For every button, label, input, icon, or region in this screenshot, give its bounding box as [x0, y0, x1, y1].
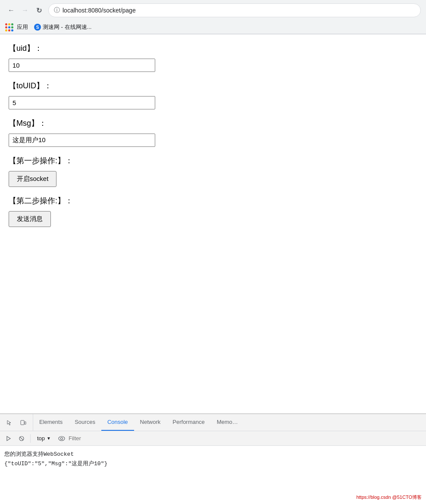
filter-input[interactable]: [69, 435, 423, 442]
tab-sources[interactable]: Sources: [69, 414, 101, 431]
select-element-button[interactable]: [3, 417, 16, 429]
speed-site-icon: S: [34, 24, 41, 31]
touid-input[interactable]: [9, 96, 155, 109]
context-selector[interactable]: top ▼: [34, 434, 54, 443]
tab-memory[interactable]: Memo…: [211, 414, 244, 431]
eye-icon[interactable]: [56, 433, 67, 444]
reload-button[interactable]: ↻: [33, 4, 45, 16]
apps-icon[interactable]: [5, 23, 13, 31]
msg-input[interactable]: [9, 134, 155, 147]
send-msg-button[interactable]: 发送消息: [9, 211, 51, 227]
step2-label: 【第二步操作:】：: [9, 196, 417, 206]
devtools-panel: Elements Sources Console Network Perform…: [0, 414, 426, 504]
page-content: 【uid】： 【toUID】： 【Msg】： 【第一步操作:】： 开启socke…: [0, 34, 426, 414]
address-bar[interactable]: ⓘ localhost:8080/socket/page: [48, 3, 421, 17]
nav-buttons: ← → ↻: [5, 4, 45, 16]
start-socket-button[interactable]: 开启socket: [9, 171, 56, 187]
console-log-text-2: {"toUID":"5","Msg":"这是用户10"}: [4, 460, 107, 467]
back-button[interactable]: ←: [5, 4, 17, 16]
devtools-console-bar: top ▼: [0, 431, 426, 446]
uid-label: 【uid】：: [9, 43, 417, 53]
tab-console[interactable]: Console: [101, 414, 134, 431]
devtools-icons: [0, 414, 33, 431]
console-log-text-1: 您的浏览器支持WebSocket: [4, 450, 74, 458]
console-line-1: 您的浏览器支持WebSocket: [4, 449, 422, 459]
svg-point-6: [60, 437, 63, 439]
browser-chrome: ← → ↻ ⓘ localhost:8080/socket/page 应用 S …: [0, 0, 426, 34]
bookmark-speed[interactable]: S 测速网 - 在线网速...: [31, 22, 94, 32]
csdn-badge: https://blog.csdn @51CTO博客: [356, 494, 422, 501]
svg-marker-2: [7, 436, 10, 441]
devtools-toolbar: Elements Sources Console Network Perform…: [0, 414, 426, 431]
forward-button[interactable]: →: [19, 4, 31, 16]
devtools-console-output: 您的浏览器支持WebSocket {"toUID":"5","Msg":"这是用…: [0, 446, 426, 504]
device-toggle-button[interactable]: [17, 417, 29, 429]
console-line-2: {"toUID":"5","Msg":"这是用户10"}: [4, 459, 422, 468]
devtools-tabs: Elements Sources Console Network Perform…: [33, 414, 426, 431]
filter-input-wrapper: [56, 433, 423, 444]
apps-label: 应用: [17, 23, 28, 31]
context-label: top: [37, 435, 45, 442]
tab-elements[interactable]: Elements: [33, 414, 69, 431]
bookmarks-bar: 应用 S 测速网 - 在线网速...: [0, 21, 426, 34]
svg-line-4: [20, 437, 23, 440]
svg-point-5: [59, 436, 65, 441]
msg-label: 【Msg】：: [9, 118, 417, 128]
url-text: localhost:8080/socket/page: [63, 7, 136, 14]
tab-network[interactable]: Network: [134, 414, 167, 431]
browser-toolbar: ← → ↻ ⓘ localhost:8080/socket/page: [0, 0, 426, 21]
svg-rect-1: [25, 422, 26, 424]
console-separator: [30, 434, 31, 443]
tab-performance[interactable]: Performance: [166, 414, 210, 431]
svg-rect-0: [21, 420, 24, 425]
bookmark-speed-label: 测速网 - 在线网速...: [43, 23, 91, 31]
info-icon: ⓘ: [54, 6, 60, 14]
touid-label: 【toUID】：: [9, 81, 417, 91]
uid-input[interactable]: [9, 59, 155, 72]
chevron-down-icon: ▼: [47, 436, 51, 441]
step1-label: 【第一步操作:】：: [9, 156, 417, 166]
console-block-button[interactable]: [16, 433, 27, 444]
console-clear-button[interactable]: [3, 433, 14, 444]
